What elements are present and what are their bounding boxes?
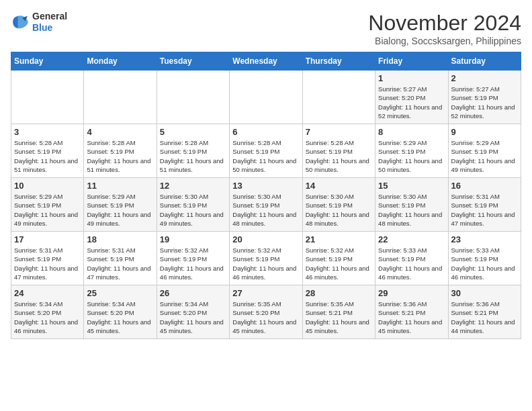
day-number: 23 <box>451 234 518 244</box>
day-cell: 26Sunrise: 5:34 AM Sunset: 5:20 PM Dayli… <box>157 285 229 339</box>
month-title: November 2024 <box>368 11 521 36</box>
day-info: Sunrise: 5:28 AM Sunset: 5:19 PM Dayligh… <box>306 138 372 174</box>
day-number: 25 <box>87 288 153 298</box>
day-info: Sunrise: 5:34 AM Sunset: 5:20 PM Dayligh… <box>160 300 226 335</box>
day-number: 15 <box>378 181 445 191</box>
day-cell: 19Sunrise: 5:32 AM Sunset: 5:19 PM Dayli… <box>157 232 229 285</box>
day-number: 10 <box>14 181 81 191</box>
day-cell: 1Sunrise: 5:27 AM Sunset: 5:20 PM Daylig… <box>375 71 448 124</box>
day-number: 3 <box>14 127 81 137</box>
day-cell: 24Sunrise: 5:34 AM Sunset: 5:20 PM Dayli… <box>11 285 84 339</box>
day-cell: 2Sunrise: 5:27 AM Sunset: 5:19 PM Daylig… <box>448 71 521 124</box>
day-header-sunday: Sunday <box>11 52 84 71</box>
day-number: 5 <box>160 127 226 137</box>
day-header-saturday: Saturday <box>448 52 521 71</box>
day-number: 12 <box>160 181 226 191</box>
day-info: Sunrise: 5:35 AM Sunset: 5:20 PM Dayligh… <box>232 300 299 335</box>
day-info: Sunrise: 5:28 AM Sunset: 5:19 PM Dayligh… <box>14 138 81 174</box>
day-cell: 25Sunrise: 5:34 AM Sunset: 5:20 PM Dayli… <box>84 285 157 339</box>
day-header-monday: Monday <box>84 52 157 71</box>
day-number: 20 <box>232 234 299 244</box>
day-cell: 9Sunrise: 5:29 AM Sunset: 5:19 PM Daylig… <box>448 124 521 178</box>
day-number: 6 <box>232 127 299 137</box>
day-header-tuesday: Tuesday <box>157 52 229 71</box>
day-number: 17 <box>14 234 81 244</box>
day-number: 24 <box>14 288 81 298</box>
day-cell: 28Sunrise: 5:35 AM Sunset: 5:21 PM Dayli… <box>302 285 375 339</box>
day-cell: 23Sunrise: 5:33 AM Sunset: 5:19 PM Dayli… <box>448 232 521 285</box>
day-info: Sunrise: 5:36 AM Sunset: 5:21 PM Dayligh… <box>451 300 518 335</box>
day-number: 27 <box>232 288 299 298</box>
day-info: Sunrise: 5:31 AM Sunset: 5:19 PM Dayligh… <box>451 192 518 228</box>
day-cell: 6Sunrise: 5:28 AM Sunset: 5:19 PM Daylig… <box>230 124 302 178</box>
day-header-thursday: Thursday <box>302 52 375 71</box>
day-cell <box>230 71 302 124</box>
day-cell: 10Sunrise: 5:29 AM Sunset: 5:19 PM Dayli… <box>11 178 84 232</box>
day-info: Sunrise: 5:31 AM Sunset: 5:19 PM Dayligh… <box>87 246 153 281</box>
day-number: 18 <box>87 234 153 244</box>
day-cell: 20Sunrise: 5:32 AM Sunset: 5:19 PM Dayli… <box>230 232 302 285</box>
logo-icon <box>11 13 30 32</box>
day-cell: 12Sunrise: 5:30 AM Sunset: 5:19 PM Dayli… <box>157 178 229 232</box>
day-number: 29 <box>378 288 445 298</box>
day-number: 8 <box>378 127 445 137</box>
day-info: Sunrise: 5:29 AM Sunset: 5:19 PM Dayligh… <box>87 192 153 228</box>
day-number: 21 <box>306 234 372 244</box>
day-info: Sunrise: 5:35 AM Sunset: 5:21 PM Dayligh… <box>306 300 372 335</box>
day-cell: 21Sunrise: 5:32 AM Sunset: 5:19 PM Dayli… <box>302 232 375 285</box>
day-header-friday: Friday <box>375 52 448 71</box>
logo: General Blue <box>11 11 67 34</box>
week-row-1: 1Sunrise: 5:27 AM Sunset: 5:20 PM Daylig… <box>11 71 521 124</box>
title-block: November 2024 Bialong, Soccsksargen, Phi… <box>368 11 521 46</box>
day-number: 13 <box>232 181 299 191</box>
day-cell: 5Sunrise: 5:28 AM Sunset: 5:19 PM Daylig… <box>157 124 229 178</box>
day-info: Sunrise: 5:30 AM Sunset: 5:19 PM Dayligh… <box>160 192 226 228</box>
day-number: 30 <box>451 288 518 298</box>
week-row-5: 24Sunrise: 5:34 AM Sunset: 5:20 PM Dayli… <box>11 285 521 339</box>
day-cell: 29Sunrise: 5:36 AM Sunset: 5:21 PM Dayli… <box>375 285 448 339</box>
day-info: Sunrise: 5:29 AM Sunset: 5:19 PM Dayligh… <box>14 192 81 228</box>
day-number: 9 <box>451 127 518 137</box>
day-cell: 17Sunrise: 5:31 AM Sunset: 5:19 PM Dayli… <box>11 232 84 285</box>
day-info: Sunrise: 5:33 AM Sunset: 5:19 PM Dayligh… <box>451 246 518 281</box>
day-cell <box>302 71 375 124</box>
logo-line2: Blue <box>32 22 67 34</box>
day-cell: 3Sunrise: 5:28 AM Sunset: 5:19 PM Daylig… <box>11 124 84 178</box>
day-number: 11 <box>87 181 153 191</box>
day-cell: 14Sunrise: 5:30 AM Sunset: 5:19 PM Dayli… <box>302 178 375 232</box>
day-number: 16 <box>451 181 518 191</box>
day-number: 19 <box>160 234 226 244</box>
day-cell: 27Sunrise: 5:35 AM Sunset: 5:20 PM Dayli… <box>230 285 302 339</box>
day-header-wednesday: Wednesday <box>230 52 302 71</box>
day-cell: 22Sunrise: 5:33 AM Sunset: 5:19 PM Dayli… <box>375 232 448 285</box>
day-number: 26 <box>160 288 226 298</box>
day-info: Sunrise: 5:34 AM Sunset: 5:20 PM Dayligh… <box>87 300 153 335</box>
day-cell: 15Sunrise: 5:30 AM Sunset: 5:19 PM Dayli… <box>375 178 448 232</box>
day-info: Sunrise: 5:32 AM Sunset: 5:19 PM Dayligh… <box>160 246 226 281</box>
location: Bialong, Soccsksargen, Philippines <box>368 36 521 46</box>
logo-line1: General <box>32 11 67 22</box>
day-number: 7 <box>306 127 372 137</box>
week-row-4: 17Sunrise: 5:31 AM Sunset: 5:19 PM Dayli… <box>11 232 521 285</box>
day-cell: 30Sunrise: 5:36 AM Sunset: 5:21 PM Dayli… <box>448 285 521 339</box>
day-info: Sunrise: 5:31 AM Sunset: 5:19 PM Dayligh… <box>14 246 81 281</box>
day-number: 4 <box>87 127 153 137</box>
day-cell: 7Sunrise: 5:28 AM Sunset: 5:19 PM Daylig… <box>302 124 375 178</box>
day-cell: 4Sunrise: 5:28 AM Sunset: 5:19 PM Daylig… <box>84 124 157 178</box>
day-cell: 16Sunrise: 5:31 AM Sunset: 5:19 PM Dayli… <box>448 178 521 232</box>
day-info: Sunrise: 5:28 AM Sunset: 5:19 PM Dayligh… <box>160 138 226 174</box>
day-info: Sunrise: 5:27 AM Sunset: 5:19 PM Dayligh… <box>451 85 518 120</box>
day-cell: 13Sunrise: 5:30 AM Sunset: 5:19 PM Dayli… <box>230 178 302 232</box>
day-number: 22 <box>378 234 445 244</box>
day-number: 2 <box>451 73 518 83</box>
day-info: Sunrise: 5:32 AM Sunset: 5:19 PM Dayligh… <box>306 246 372 281</box>
day-info: Sunrise: 5:30 AM Sunset: 5:19 PM Dayligh… <box>378 192 445 228</box>
logo-text: General Blue <box>32 11 67 34</box>
day-info: Sunrise: 5:29 AM Sunset: 5:19 PM Dayligh… <box>378 138 445 174</box>
week-row-2: 3Sunrise: 5:28 AM Sunset: 5:19 PM Daylig… <box>11 124 521 178</box>
day-info: Sunrise: 5:28 AM Sunset: 5:19 PM Dayligh… <box>87 138 153 174</box>
day-info: Sunrise: 5:36 AM Sunset: 5:21 PM Dayligh… <box>378 300 445 335</box>
day-info: Sunrise: 5:27 AM Sunset: 5:20 PM Dayligh… <box>378 85 445 120</box>
day-info: Sunrise: 5:30 AM Sunset: 5:19 PM Dayligh… <box>232 192 299 228</box>
day-info: Sunrise: 5:34 AM Sunset: 5:20 PM Dayligh… <box>14 300 81 335</box>
